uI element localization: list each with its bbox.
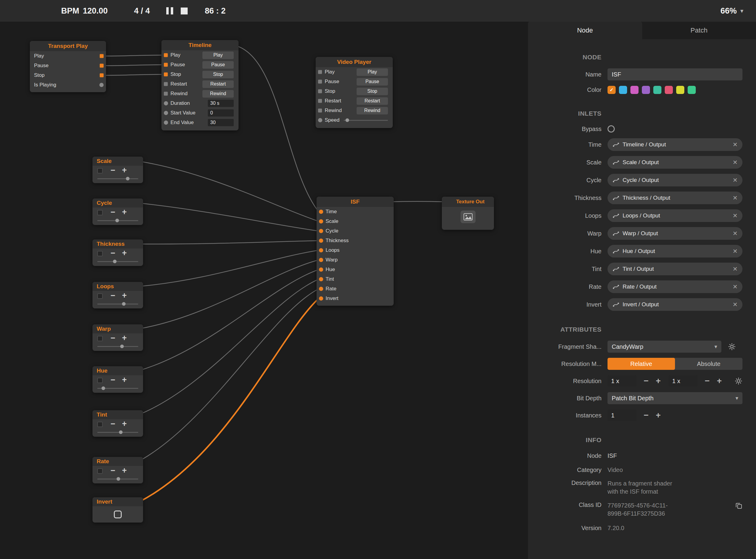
minus-button[interactable]: − — [111, 166, 115, 175]
inlet-end-value[interactable] — [164, 120, 168, 125]
wire-tint[interactable] — [138, 279, 319, 415]
node-cycle[interactable]: Cycle −+ — [92, 199, 143, 225]
inlet-chip-invert[interactable]: Invert / Output✕ — [607, 298, 742, 311]
stop-button[interactable]: Stop — [357, 88, 388, 95]
node-scale[interactable]: Scale −+ — [92, 157, 143, 183]
color-swatch-cyan[interactable] — [619, 86, 627, 94]
bypass-checkbox[interactable] — [607, 125, 615, 133]
tab-patch[interactable]: Patch — [642, 22, 756, 39]
slider[interactable] — [97, 178, 138, 179]
close-icon[interactable]: ✕ — [733, 177, 738, 184]
time-signature[interactable]: 4 / 4 — [134, 0, 150, 22]
minus-button[interactable]: − — [111, 333, 115, 343]
wire-rate[interactable] — [138, 289, 319, 462]
invert-checkbox[interactable] — [114, 511, 122, 518]
end-value-field[interactable]: 30 — [208, 119, 234, 126]
wire-loops[interactable] — [138, 250, 319, 286]
slider-handle[interactable] — [119, 430, 123, 434]
slider[interactable] — [97, 220, 138, 221]
inlet-stop[interactable] — [318, 89, 322, 93]
inlet-cycle[interactable] — [319, 229, 323, 233]
plus-button[interactable]: + — [122, 333, 127, 343]
outlet-stop[interactable] — [100, 73, 104, 77]
minus-button[interactable]: − — [644, 377, 648, 385]
slider[interactable] — [97, 304, 138, 305]
plus-button[interactable]: + — [122, 466, 127, 475]
checkbox[interactable] — [97, 422, 103, 427]
gear-icon[interactable] — [735, 377, 742, 385]
slider[interactable] — [97, 346, 138, 347]
inlet-chip-thickness[interactable]: Thickness / Output✕ — [607, 192, 742, 204]
inlet-chip-tint[interactable]: Tint / Output✕ — [607, 263, 742, 275]
slider-handle[interactable] — [102, 386, 105, 390]
resolution-mode-absolute[interactable]: Absolute — [675, 358, 742, 370]
slider-handle[interactable] — [120, 344, 124, 348]
inlet-scale[interactable] — [319, 219, 323, 223]
close-icon[interactable]: ✕ — [733, 283, 738, 290]
slider-handle[interactable] — [126, 177, 130, 180]
start-value-field[interactable]: 0 — [208, 109, 234, 116]
color-swatch-yellow[interactable] — [676, 86, 684, 94]
resolution-mode-relative[interactable]: Relative — [607, 358, 675, 370]
name-input[interactable] — [607, 68, 742, 81]
plus-button[interactable]: + — [122, 207, 127, 217]
wire-isf-texture[interactable] — [389, 201, 446, 202]
inlet-chip-cycle[interactable]: Cycle / Output✕ — [607, 174, 742, 186]
inlet-duration[interactable] — [164, 101, 168, 106]
slider-handle[interactable] — [115, 219, 119, 222]
minus-button[interactable]: − — [644, 411, 648, 420]
plus-button[interactable]: + — [656, 377, 661, 385]
inlet-thickness[interactable] — [319, 239, 323, 243]
close-icon[interactable]: ✕ — [733, 265, 738, 273]
inlet-pause[interactable] — [164, 63, 168, 67]
inlet-stop[interactable] — [164, 73, 168, 76]
copy-icon[interactable] — [735, 502, 742, 511]
wire-scale[interactable] — [138, 161, 319, 221]
slider[interactable] — [97, 478, 138, 479]
wire-thickness[interactable] — [138, 241, 319, 244]
rewind-button[interactable]: Rewind — [357, 107, 388, 114]
slider-handle[interactable] — [122, 302, 126, 306]
fragment-shader-dropdown[interactable]: CandyWarp ▾ — [607, 341, 721, 353]
node-timeline[interactable]: Timeline PlayPlay PausePause StopStop Re… — [161, 40, 239, 130]
pause-button[interactable]: Pause — [357, 78, 388, 86]
restart-button[interactable]: Restart — [202, 81, 234, 88]
minus-button[interactable]: − — [111, 248, 115, 258]
minus-button[interactable]: − — [111, 291, 115, 300]
node-thickness[interactable]: Thickness −+ — [92, 240, 143, 266]
inlet-hue[interactable] — [319, 267, 323, 272]
inlet-chip-loops[interactable]: Loops / Output✕ — [607, 209, 742, 222]
node-transport-play[interactable]: Transport Play Play Pause Stop Is Playin… — [30, 41, 106, 92]
close-icon[interactable]: ✕ — [733, 141, 738, 148]
plus-button[interactable]: + — [122, 248, 127, 258]
wire-timeline-time[interactable] — [234, 45, 319, 212]
color-swatch-orange[interactable]: ✓ — [607, 86, 616, 94]
checkbox[interactable] — [97, 210, 103, 215]
zoom-control[interactable]: 66% ▾ — [720, 0, 743, 22]
checkbox[interactable] — [97, 251, 103, 256]
gear-icon[interactable] — [728, 343, 736, 351]
slider[interactable] — [97, 261, 138, 262]
inlet-play[interactable] — [164, 53, 168, 57]
color-swatch-green[interactable] — [688, 86, 696, 94]
node-tint[interactable]: Tint −+ — [92, 410, 143, 437]
bpm-display[interactable]: BPM 120.00 — [61, 0, 108, 22]
plus-button[interactable]: + — [122, 291, 127, 300]
wire-cycle[interactable] — [138, 203, 319, 231]
checkbox[interactable] — [97, 336, 103, 341]
node-texture-out[interactable]: Texture Out — [442, 197, 494, 230]
node-video-player[interactable]: Video Player PlayPlay PausePause StopSto… — [316, 57, 393, 128]
restart-button[interactable]: Restart — [357, 97, 388, 105]
inlet-rate[interactable] — [319, 287, 323, 291]
node-loops[interactable]: Loops −+ — [92, 282, 143, 308]
resolution-x-field[interactable]: 1 x — [607, 375, 637, 387]
wire-warp[interactable] — [138, 260, 319, 329]
inlet-chip-time[interactable]: Timeline / Output✕ — [607, 138, 742, 151]
inlet-restart[interactable] — [318, 99, 322, 103]
plus-button[interactable]: + — [122, 375, 127, 385]
inlet-loops[interactable] — [319, 248, 323, 252]
inlet-restart[interactable] — [164, 82, 168, 86]
inlet-chip-rate[interactable]: Rate / Output✕ — [607, 281, 742, 293]
minus-button[interactable]: − — [705, 377, 710, 385]
color-swatch-purple[interactable] — [642, 86, 650, 94]
